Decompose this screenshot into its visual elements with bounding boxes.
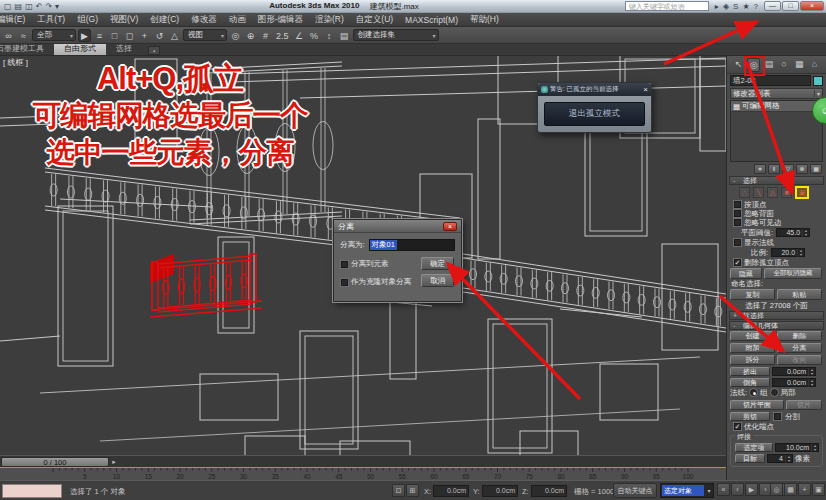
hide-button[interactable]: 隐藏 — [730, 268, 762, 279]
coord-system-dropdown[interactable]: 视图▾ — [183, 29, 227, 41]
show-end-result-button[interactable]: ‖ — [768, 164, 780, 174]
utilities-tab[interactable]: ⌂ — [808, 58, 821, 72]
time-slider[interactable]: 0 / 100 ▸ — [0, 455, 726, 467]
open-file-icon[interactable]: ▤ — [15, 1, 23, 12]
slice-plane-button[interactable]: 切片平面 — [730, 400, 784, 410]
auto-key-button[interactable]: 自动关键点 — [613, 483, 657, 498]
create-button[interactable]: 创建 — [730, 331, 775, 341]
stack-entry-editable-mesh[interactable]: ▦ 可编辑网格 — [731, 101, 822, 112]
close-button[interactable]: × — [800, 1, 824, 11]
search-go-icon[interactable]: ▸ — [715, 2, 719, 11]
bevel-field[interactable]: 0.0cm▴▾ — [772, 378, 816, 387]
weld-selected-field[interactable]: 10.0cm▴▾ — [775, 443, 819, 452]
menu-item-7[interactable]: 图形-编辑器 — [252, 14, 309, 26]
selection-filter-dropdown[interactable]: 全部▾ — [32, 29, 76, 41]
motion-tab[interactable]: ○ — [778, 58, 791, 72]
select-link-icon[interactable]: ∞ — [2, 29, 15, 42]
redo-icon[interactable]: ↷ — [45, 1, 52, 12]
display-tab[interactable]: ▦ — [793, 58, 806, 72]
prev-frame-button[interactable]: ‹ — [731, 483, 744, 496]
infocenter-search-input[interactable]: 键入关键字或短语 — [625, 1, 709, 11]
attach-button[interactable]: 附加 — [730, 343, 775, 353]
detach-button[interactable]: 分离 — [777, 343, 822, 353]
edit-named-sets-icon[interactable]: ▤ — [338, 29, 351, 42]
normal-local-radio[interactable] — [771, 389, 778, 396]
select-by-name-icon[interactable]: ≡ — [93, 29, 106, 42]
warning-close-icon[interactable]: × — [643, 86, 648, 94]
select-object-icon[interactable]: ▶ — [78, 29, 91, 42]
bind-spacewarp-icon[interactable]: ≈ — [17, 29, 30, 42]
zoom-button[interactable]: ◎ — [770, 483, 783, 496]
object-color-swatch[interactable] — [813, 76, 823, 86]
face-icon[interactable]: △ — [767, 187, 778, 198]
ribbon-tab-freeform[interactable]: 自由形式 — [54, 44, 106, 55]
detach-close-button[interactable]: × — [443, 222, 457, 231]
cancel-button[interactable]: 取消 — [421, 274, 454, 287]
x-coordinate-field[interactable]: 0.0cm — [433, 485, 469, 497]
weld-selected-button[interactable]: 选定项 — [735, 443, 773, 452]
quick-access-caret-icon[interactable]: ▾ — [55, 1, 59, 12]
element-icon[interactable]: ▣ — [795, 186, 809, 199]
make-unique-button[interactable]: ▽ — [782, 164, 794, 174]
communication-center-icon[interactable]: ◈ — [723, 2, 729, 11]
menu-item-2[interactable]: 组(G) — [71, 14, 104, 26]
divide-button[interactable]: 拆分 — [730, 355, 775, 365]
menu-item-3[interactable]: 视图(V) — [104, 14, 144, 26]
menu-item-9[interactable]: 自定义(U) — [350, 14, 399, 26]
select-manipulate-icon[interactable]: ⊕ — [244, 29, 257, 42]
angle-snap-icon[interactable]: ∠ — [293, 29, 306, 42]
planar-threshold-field[interactable]: 45.0▴▾ — [776, 228, 810, 237]
ignore-backfacing-checkbox[interactable] — [734, 210, 741, 217]
maxscript-mini-listener[interactable] — [2, 484, 62, 498]
menu-item-5[interactable]: 修改器 — [185, 14, 223, 26]
snaps-toggle-icon[interactable]: 2.5 — [274, 29, 291, 42]
ribbon-tab-graphite[interactable]: 石墨建模工具 — [0, 44, 54, 55]
undo-icon[interactable]: ↶ — [36, 1, 43, 12]
use-pivot-center-icon[interactable]: ◎ — [229, 29, 242, 42]
modifier-list-dropdown[interactable]: 修改器列表 ▾ — [730, 88, 823, 99]
selection-rollout-header[interactable]: - 选择 — [729, 176, 824, 185]
detach-to-element-checkbox[interactable] — [341, 261, 348, 268]
soft-selection-rollout-header[interactable]: + 软选择 — [729, 311, 824, 320]
detach-name-field[interactable]: 对象01 — [369, 239, 455, 251]
edge-icon[interactable]: ╲ — [753, 187, 764, 198]
lock-selection-icon[interactable]: ⊡ — [392, 484, 405, 497]
menu-item-11[interactable]: 帮助(H) — [464, 14, 505, 26]
refine-ends-checkbox[interactable]: ✓ — [734, 423, 741, 430]
track-bar[interactable]: 5101520253035404550556065707580859095100 — [0, 467, 726, 480]
menu-item-0[interactable]: 编辑(E) — [0, 14, 31, 26]
minimize-button[interactable]: — — [764, 1, 781, 11]
detach-as-clone-checkbox[interactable] — [341, 279, 348, 286]
warning-dialog-titlebar[interactable]: 警告: 已孤立的当前选择 × — [538, 83, 651, 96]
weld-target-field[interactable]: 4▴▾ — [767, 454, 793, 463]
show-normals-checkbox[interactable] — [734, 239, 741, 246]
scale-icon[interactable]: △ — [168, 29, 181, 42]
zoom-all-button[interactable]: ▦ — [784, 483, 797, 496]
menu-item-6[interactable]: 动画 — [223, 14, 252, 26]
move-icon[interactable]: + — [138, 29, 151, 42]
next-frame-nub[interactable]: ▸ — [109, 457, 119, 467]
by-vertex-checkbox[interactable] — [734, 201, 741, 208]
remove-modifier-button[interactable]: ⊗ — [796, 164, 808, 174]
weld-target-button[interactable]: 目标 — [735, 454, 765, 463]
rect-region-icon[interactable]: □ — [108, 29, 121, 42]
slice-button[interactable]: 切片 — [786, 400, 822, 410]
favorites-icon[interactable]: ★ — [742, 2, 749, 11]
edit-geometry-rollout-header[interactable]: - 编辑几何体 — [729, 321, 824, 330]
pan-button[interactable]: + — [798, 483, 811, 496]
ribbon-tab-selection[interactable]: 选择 — [106, 44, 142, 55]
play-button[interactable]: ▶ — [745, 483, 758, 496]
configure-sets-button[interactable]: ▦ — [810, 164, 822, 174]
menu-item-1[interactable]: 工具(T) — [31, 14, 71, 26]
save-file-icon[interactable]: ◫ — [25, 1, 33, 12]
bevel-button[interactable]: 倒角 — [730, 378, 770, 387]
named-sets-dropdown[interactable]: 创建选择集▾ — [353, 29, 439, 41]
absolute-offset-icon[interactable]: ⊞ — [406, 484, 419, 497]
ribbon-minimize-icon[interactable]: ▪ — [148, 46, 160, 55]
spinner-snap-icon[interactable]: ↕ — [323, 29, 336, 42]
menu-item-10[interactable]: MAXScript(M) — [399, 15, 464, 25]
extrude-button[interactable]: 挤出 — [730, 367, 770, 376]
rotate-icon[interactable]: ↺ — [153, 29, 166, 42]
ok-button[interactable]: 确定 — [421, 257, 454, 270]
copy-button[interactable]: 复制 — [730, 289, 775, 300]
